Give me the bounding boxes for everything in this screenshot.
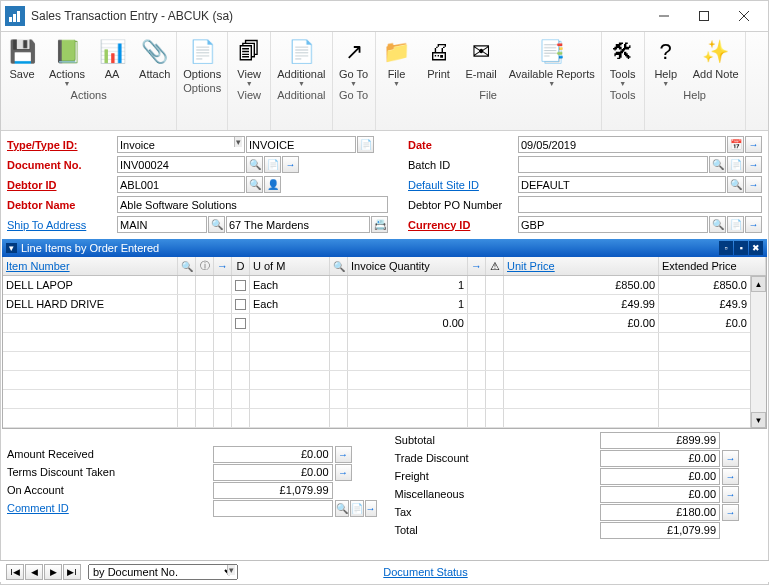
type-label[interactable]: Type/Type ID: <box>7 139 117 151</box>
cell-item[interactable] <box>3 314 178 332</box>
debtorid-lookup-icon[interactable]: 🔍 <box>246 176 263 193</box>
first-record-button[interactable]: I◀ <box>6 564 24 580</box>
table-row[interactable] <box>3 390 766 409</box>
cell-price[interactable]: £0.00 <box>504 314 659 332</box>
prev-record-button[interactable]: ◀ <box>25 564 43 580</box>
head-price[interactable]: Unit Price <box>507 260 555 272</box>
date-input[interactable] <box>518 136 726 153</box>
email-button[interactable]: ✉E-mail <box>460 34 503 87</box>
cell-d[interactable] <box>232 371 250 389</box>
head-uom-lookup-icon[interactable]: 🔍 <box>333 261 345 272</box>
cell-qty[interactable] <box>348 352 468 370</box>
type-select[interactable]: Invoice <box>117 136 245 153</box>
comment-note-icon[interactable]: 📄 <box>350 500 364 517</box>
cell-price[interactable] <box>504 371 659 389</box>
head-info-icon[interactable]: ⓘ <box>200 259 210 273</box>
actions-button[interactable]: 📗Actions▼ <box>43 34 91 87</box>
debtorid-label[interactable]: Debtor ID <box>7 179 117 191</box>
trade-expand-icon[interactable]: → <box>722 450 739 467</box>
batch-expand-icon[interactable]: → <box>745 156 762 173</box>
freight-expand-icon[interactable]: → <box>722 468 739 485</box>
table-row[interactable] <box>3 333 766 352</box>
type-code-input[interactable] <box>246 136 356 153</box>
cell-d[interactable] <box>232 409 250 427</box>
shipto-input[interactable] <box>117 216 207 233</box>
head-qty-arrow-icon[interactable]: → <box>471 260 482 272</box>
tax-expand-icon[interactable]: → <box>722 504 739 521</box>
shipto-card-icon[interactable]: 📇 <box>371 216 388 233</box>
cell-qty[interactable]: 0.00 <box>348 314 468 332</box>
cell-d[interactable] <box>232 295 250 313</box>
cell-uom[interactable] <box>250 352 330 370</box>
grid-scrollbar[interactable]: ▲ ▼ <box>750 276 766 428</box>
cell-item[interactable]: DELL LAPOP <box>3 276 178 294</box>
grid-delete-icon[interactable]: ✖ <box>749 241 763 255</box>
cell-qty[interactable] <box>348 409 468 427</box>
cell-qty[interactable] <box>348 371 468 389</box>
reports-button[interactable]: 📑Available Reports▼ <box>503 34 601 87</box>
help-button[interactable]: ?Help▼ <box>645 34 687 87</box>
curr-lookup-icon[interactable]: 🔍 <box>709 216 726 233</box>
curr-label[interactable]: Currency ID <box>408 219 518 231</box>
date-expand-icon[interactable]: → <box>745 136 762 153</box>
cell-item[interactable] <box>3 390 178 408</box>
po-input[interactable] <box>518 196 762 213</box>
grid-expand-icon[interactable]: ▫ <box>719 241 733 255</box>
curr-expand-icon[interactable]: → <box>745 216 762 233</box>
cell-qty[interactable]: 1 <box>348 276 468 294</box>
site-lookup-icon[interactable]: 🔍 <box>727 176 744 193</box>
cell-price[interactable]: £49.99 <box>504 295 659 313</box>
batch-input[interactable] <box>518 156 708 173</box>
minimize-button[interactable] <box>644 2 684 30</box>
shipto-addr-input[interactable] <box>226 216 370 233</box>
close-button[interactable] <box>724 2 764 30</box>
misc-expand-icon[interactable]: → <box>722 486 739 503</box>
site-expand-icon[interactable]: → <box>745 176 762 193</box>
scroll-down-icon[interactable]: ▼ <box>751 412 766 428</box>
curr-note-icon[interactable]: 📄 <box>727 216 744 233</box>
debtorname-input[interactable] <box>117 196 388 213</box>
terms-expand-icon[interactable]: → <box>335 464 352 481</box>
table-row[interactable]: DELL LAPOPEach1£850.00£850.0 <box>3 276 766 295</box>
tax-value[interactable]: £180.00 <box>600 504 720 521</box>
head-item[interactable]: Item Number <box>6 260 70 272</box>
comment-value[interactable] <box>213 500 333 517</box>
curr-input[interactable] <box>518 216 708 233</box>
cell-uom[interactable] <box>250 314 330 332</box>
cell-uom[interactable] <box>250 409 330 427</box>
site-input[interactable] <box>518 176 726 193</box>
cell-price[interactable] <box>504 352 659 370</box>
docno-note-icon[interactable]: 📄 <box>264 156 281 173</box>
cell-price[interactable] <box>504 390 659 408</box>
cell-d[interactable] <box>232 276 250 294</box>
shipto-label[interactable]: Ship To Address <box>7 219 117 231</box>
cell-d[interactable] <box>232 333 250 351</box>
options-button[interactable]: 📄Options <box>177 34 227 80</box>
date-calendar-icon[interactable]: 📅 <box>727 136 744 153</box>
docno-expand-icon[interactable]: → <box>282 156 299 173</box>
cell-d[interactable] <box>232 352 250 370</box>
head-lookup-icon[interactable]: 🔍 <box>181 261 193 272</box>
grid-view-dropdown[interactable]: ▾ <box>6 243 17 253</box>
cell-uom[interactable] <box>250 390 330 408</box>
comment-expand-icon[interactable]: → <box>365 500 377 517</box>
docno-input[interactable] <box>117 156 245 173</box>
cell-qty[interactable] <box>348 390 468 408</box>
document-status-link[interactable]: Document Status <box>383 566 467 578</box>
aa-button[interactable]: 📊AA <box>91 34 133 87</box>
cell-price[interactable]: £850.00 <box>504 276 659 294</box>
batch-note-icon[interactable]: 📄 <box>727 156 744 173</box>
misc-value[interactable]: £0.00 <box>600 486 720 503</box>
table-row[interactable] <box>3 371 766 390</box>
next-record-button[interactable]: ▶ <box>44 564 62 580</box>
type-note-icon[interactable]: 📄 <box>357 136 374 153</box>
attach-button[interactable]: 📎Attach <box>133 34 176 87</box>
cell-qty[interactable]: 1 <box>348 295 468 313</box>
received-expand-icon[interactable]: → <box>335 446 352 463</box>
table-row[interactable] <box>3 409 766 428</box>
sort-select[interactable]: by Document No. <box>88 564 238 580</box>
cell-item[interactable] <box>3 371 178 389</box>
table-row[interactable]: DELL HARD DRIVEEach1£49.99£49.9 <box>3 295 766 314</box>
file-button[interactable]: 📁File▼ <box>376 34 418 87</box>
cell-item[interactable]: DELL HARD DRIVE <box>3 295 178 313</box>
